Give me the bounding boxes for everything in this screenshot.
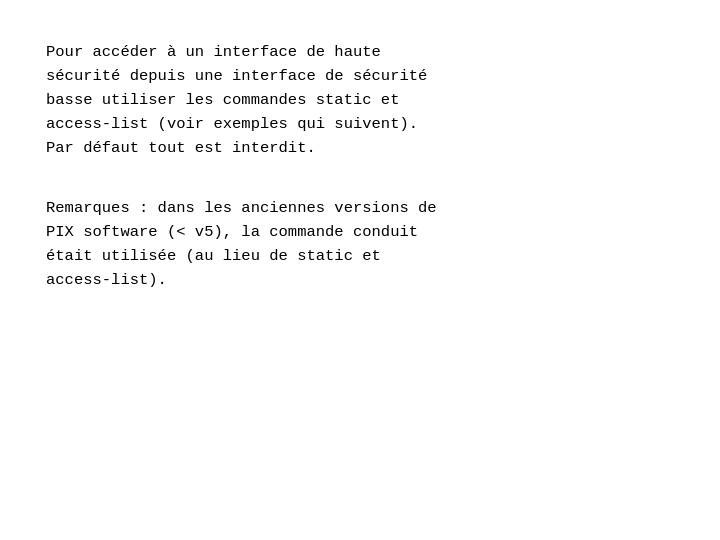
paragraph-spacer [46,160,674,196]
page-content: Pour accéder à un interface de haute séc… [0,0,720,540]
paragraph-2: Remarques : dans les anciennes versions … [46,196,674,292]
paragraph-1: Pour accéder à un interface de haute séc… [46,40,674,160]
